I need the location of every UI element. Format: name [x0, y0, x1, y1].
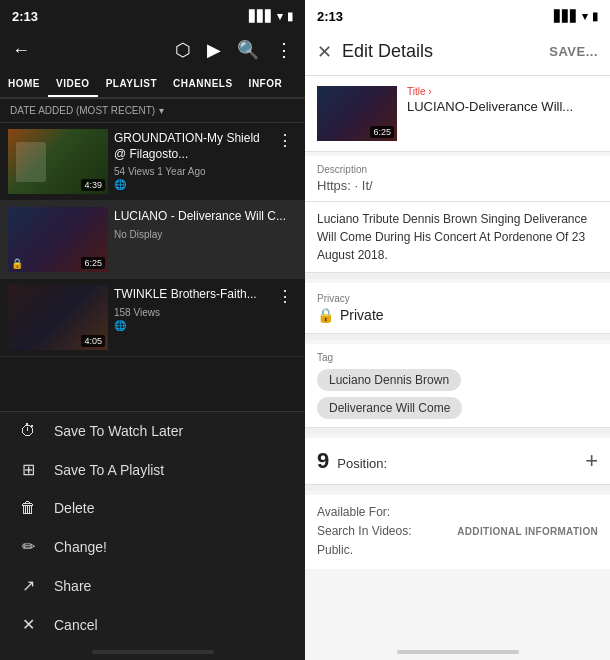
section-divider: [305, 428, 610, 434]
delete-item[interactable]: 🗑 Delete: [0, 489, 305, 527]
battery-icon: ▮: [287, 10, 293, 23]
back-icon[interactable]: ←: [12, 40, 30, 61]
title-section: Title › LUCIANO-Deliverance Will...: [397, 86, 598, 114]
change-label: Change!: [54, 539, 107, 555]
right-time: 2:13: [317, 9, 343, 24]
lock-overlay-icon: 🔒: [11, 258, 23, 269]
right-bottom-bar: [397, 650, 519, 654]
video-info: TWINKLE Brothers-Faith... 158 Views 🌐: [108, 285, 273, 333]
playlist-icon: ⊞: [16, 460, 40, 479]
nav-bar: ← ⬡ ▶ 🔍 ⋮: [0, 28, 305, 72]
video-title: LUCIANO - Deliverance Will C...: [114, 209, 291, 225]
save-button[interactable]: SAVE...: [549, 44, 598, 59]
save-playlist-label: Save To A Playlist: [54, 462, 164, 478]
available-section: Available For: Search In Videos: Public.…: [305, 495, 610, 569]
video-title: GROUNDATION-My Shield @ Filagosto...: [114, 131, 267, 162]
cancel-icon: ✕: [16, 615, 40, 634]
share-icon: ↗: [16, 576, 40, 595]
left-status-icons: ▋▋▋ ▾ ▮: [249, 10, 293, 23]
video-thumbnail: 6:25 🔒: [8, 207, 108, 272]
video-item[interactable]: 6:25 🔒 LUCIANO - Deliverance Will C... N…: [0, 201, 305, 279]
tab-video[interactable]: VIDEO: [48, 72, 98, 97]
description-text: Luciano Tribute Dennis Brown Singing Del…: [317, 210, 598, 264]
preview-duration: 6:25: [370, 126, 394, 138]
description-label: Description: [317, 164, 598, 175]
tag-chip[interactable]: Deliverance Will Come: [317, 397, 462, 419]
tags-section: Tag Luciano Dennis Brown Deliverance Wil…: [305, 344, 610, 428]
tabs-bar: HOME VIDEO PLAYLIST CHANNELS INFOR: [0, 72, 305, 99]
privacy-lock-icon: 🔒: [317, 307, 334, 323]
save-watch-later-item[interactable]: ⏱ Save To Watch Later: [0, 412, 305, 450]
bottom-bar: [92, 650, 214, 654]
video-item[interactable]: 4:39 GROUNDATION-My Shield @ Filagosto..…: [0, 123, 305, 201]
video-icon[interactable]: ▶: [207, 39, 221, 61]
section-divider: [305, 273, 610, 279]
more-icon[interactable]: ⋮: [275, 39, 293, 61]
url-label: Https: ·: [317, 178, 358, 193]
privacy-value: 🔒 Private: [317, 307, 598, 323]
video-more-icon[interactable]: ⋮: [273, 285, 297, 308]
edit-details-header: ✕ Edit Details SAVE...: [305, 28, 610, 76]
available-for-label: Available For:: [317, 503, 412, 522]
left-status-bar: 2:13 ▋▋▋ ▾ ▮: [0, 0, 305, 28]
video-thumbnail: 4:05: [8, 285, 108, 350]
tab-playlist[interactable]: PLAYLIST: [98, 72, 165, 97]
public-label: Public.: [317, 541, 412, 560]
right-status-bar: 2:13 ▋▋▋ ▾ ▮: [305, 0, 610, 28]
title-label: Title ›: [407, 86, 598, 97]
privacy-section: Privacy 🔒 Private: [305, 283, 610, 334]
preview-thumbnail: 6:25: [317, 86, 397, 141]
section-divider: [305, 485, 610, 491]
tab-channels[interactable]: CHANNELS: [165, 72, 241, 97]
tag-chip[interactable]: Luciano Dennis Brown: [317, 369, 461, 391]
available-info: Available For: Search In Videos: Public.: [317, 503, 412, 561]
position-plus-button[interactable]: +: [585, 448, 598, 474]
video-privacy: 🌐: [114, 179, 267, 190]
description-section: Luciano Tribute Dennis Brown Singing Del…: [305, 202, 610, 273]
url-field[interactable]: Https: · It/: [317, 178, 598, 193]
video-preview-section: 6:25 Title › LUCIANO-Deliverance Will...: [305, 76, 610, 152]
right-battery-icon: ▮: [592, 10, 598, 23]
close-button[interactable]: ✕: [317, 41, 332, 63]
search-icon[interactable]: 🔍: [237, 39, 259, 61]
delete-label: Delete: [54, 500, 94, 516]
video-thumbnail: 4:39: [8, 129, 108, 194]
video-item[interactable]: 4:05 TWINKLE Brothers-Faith... 158 Views…: [0, 279, 305, 357]
share-item[interactable]: ↗ Share: [0, 566, 305, 605]
tab-info[interactable]: INFOR: [241, 72, 291, 97]
edit-details-content: 6:25 Title › LUCIANO-Deliverance Will...…: [305, 76, 610, 644]
nav-icons: ⬡ ▶ 🔍 ⋮: [175, 39, 293, 61]
tags-container: Luciano Dennis Brown Deliverance Will Co…: [317, 369, 598, 419]
header-left: ✕ Edit Details: [317, 41, 433, 63]
privacy-label: Privacy: [317, 293, 598, 304]
available-row: Available For: Search In Videos: Public.…: [317, 503, 598, 561]
cancel-label: Cancel: [54, 617, 98, 633]
video-duration: 6:25: [81, 257, 105, 269]
cancel-item[interactable]: ✕ Cancel: [0, 605, 305, 644]
save-playlist-item[interactable]: ⊞ Save To A Playlist: [0, 450, 305, 489]
sort-bar[interactable]: DATE ADDED (MOST RECENT) ▾: [0, 99, 305, 123]
signal-icon: ▋▋▋: [249, 10, 273, 23]
position-left: 9 Position:: [317, 448, 387, 474]
cast-icon[interactable]: ⬡: [175, 39, 191, 61]
video-duration: 4:39: [81, 179, 105, 191]
delete-icon: 🗑: [16, 499, 40, 517]
wifi-icon: ▾: [277, 10, 283, 23]
edit-icon: ✏: [16, 537, 40, 556]
additional-information-button[interactable]: ADDITIONAL INFORMATION: [457, 526, 598, 537]
right-signal-icon: ▋▋▋: [554, 10, 578, 23]
position-number: 9: [317, 448, 329, 474]
change-item[interactable]: ✏ Change!: [0, 527, 305, 566]
save-watch-later-label: Save To Watch Later: [54, 423, 183, 439]
url-value: It/: [362, 178, 373, 193]
video-more-icon[interactable]: ⋮: [273, 129, 297, 152]
title-value: LUCIANO-Deliverance Will...: [407, 99, 598, 114]
right-panel: 2:13 ▋▋▋ ▾ ▮ ✕ Edit Details SAVE... 6:25…: [305, 0, 610, 660]
watch-later-icon: ⏱: [16, 422, 40, 440]
left-panel: 2:13 ▋▋▋ ▾ ▮ ← ⬡ ▶ 🔍 ⋮ HOME VIDEO PLAYLI…: [0, 0, 305, 660]
share-label: Share: [54, 578, 91, 594]
tab-home[interactable]: HOME: [0, 72, 48, 97]
bottom-context-menu: ⏱ Save To Watch Later ⊞ Save To A Playli…: [0, 411, 305, 660]
position-label: Position:: [337, 456, 387, 471]
video-meta: 158 Views: [114, 306, 267, 320]
